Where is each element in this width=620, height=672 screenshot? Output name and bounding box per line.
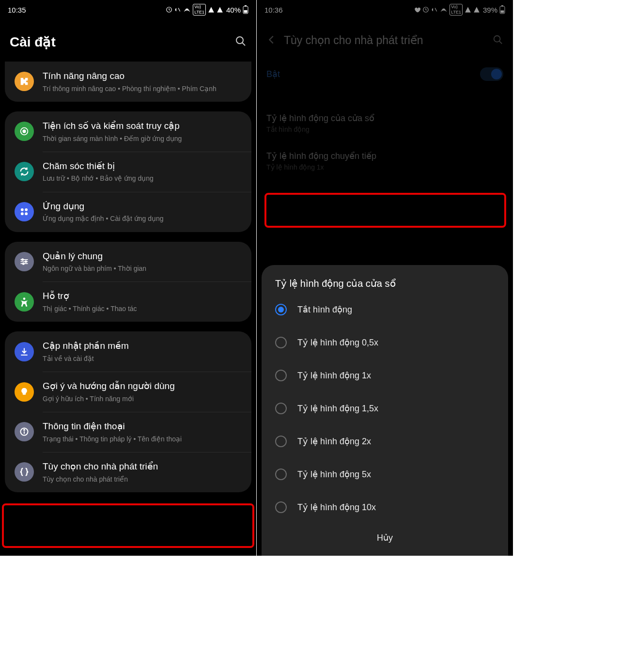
row-text: Tiện ích số và kiểm soát truy cập Thời g… [43,120,242,143]
row-title: Chăm sóc thiết bị [43,160,242,172]
settings-group: Tính năng nâng cao Trí thông minh nâng c… [5,62,251,102]
row-subtitle: Tùy chọn cho nhà phát triển [43,475,242,484]
svg-point-5 [236,37,243,44]
row-subtitle: Ngôn ngữ và bàn phím • Thời gian [43,264,242,273]
option-1-5x[interactable]: Tỷ lệ hình động 1,5x [272,392,497,425]
svg-point-9 [21,208,24,211]
row-text: Gợi ý và hướng dẫn người dùng Gợi ý hữu … [43,380,242,403]
row-text: Chăm sóc thiết bị Lưu trữ • Bộ nhớ • Bảo… [43,160,242,183]
row-subtitle: Tải về và cài đặt [43,354,242,363]
row-title: Cập nhật phần mềm [43,340,242,352]
svg-point-19 [23,297,26,300]
status-bar: 10:35 Vo)LTE1 40% [0,0,256,19]
settings-row-device-care[interactable]: Chăm sóc thiết bị Lưu trữ • Bộ nhớ • Bảo… [5,152,251,192]
svg-point-18 [23,263,24,264]
svg-point-11 [21,212,24,215]
option-2x[interactable]: Tỷ lệ hình động 2x [272,425,497,458]
settings-row-update[interactable]: Cập nhật phần mềm Tải về và cài đặt [5,331,251,372]
animation-scale-sheet: Tỷ lệ hình động của cửa sổ Tắt hình động… [262,265,508,556]
radio-icon [275,304,287,315]
svg-rect-3 [245,5,247,6]
settings-header: Cài đặt [0,19,256,62]
radio-icon [275,337,287,348]
settings-row-developer[interactable]: Tùy chọn cho nhà phát triển Tùy chọn cho… [5,452,251,492]
settings-group: Cập nhật phần mềm Tải về và cài đặt Gợi … [5,331,251,492]
screenshot-developer-options: 10:36 Vo)LTE1 39% Tùy chọn cho nhà phát … [257,0,513,556]
page-title: Cài đặt [10,34,228,50]
row-title: Quản lý chung [43,250,242,263]
settings-row-apps[interactable]: Ứng dụng Ứng dụng mặc định • Cài đặt ứng… [5,192,251,232]
svg-point-16 [22,259,23,260]
info-icon [15,422,34,441]
target-icon [15,122,34,141]
svg-point-10 [25,208,28,211]
row-subtitle: Lưu trữ • Bộ nhớ • Bảo vệ ứng dụng [43,174,242,183]
option-label: Tỷ lệ hình động 5x [297,469,371,480]
row-title: Tùy chọn cho nhà phát triển [43,461,242,473]
sheet-title: Tỷ lệ hình động của cửa sổ [272,278,497,289]
radio-icon [275,436,287,447]
settings-row-tips[interactable]: Gợi ý và hướng dẫn người dùng Gợi ý hữu … [5,372,251,412]
download-icon [15,342,34,361]
refresh-icon [15,162,34,181]
option-0-5x[interactable]: Tỷ lệ hình động 0,5x [272,326,497,359]
settings-group: Tiện ích số và kiểm soát truy cập Thời g… [5,111,251,232]
option-label: Tỷ lệ hình động 2x [297,436,371,447]
option-5x[interactable]: Tỷ lệ hình động 5x [272,458,497,491]
row-text: Cập nhật phần mềm Tải về và cài đặt [43,340,242,363]
row-title: Gợi ý và hướng dẫn người dùng [43,380,242,392]
battery-icon [243,5,248,14]
row-title: Hỗ trợ [43,290,242,302]
option-label: Tỷ lệ hình động 1,5x [297,403,378,414]
puzzle-icon [15,72,34,91]
row-subtitle: Thời gian sáng màn hình • Đếm giờ ứng dụ… [43,134,242,143]
screenshot-settings: 10:35 Vo)LTE1 40% Cài đặt Tính năng nâng… [0,0,256,556]
option-1x[interactable]: Tỷ lệ hình động 1x [272,359,497,392]
option-off[interactable]: Tắt hình động [272,293,497,326]
row-title: Tính năng nâng cao [43,70,242,82]
status-time: 10:35 [8,6,26,14]
svg-point-22 [24,430,25,431]
row-subtitle: Gợi ý hữu ích • Tính năng mới [43,394,242,403]
row-subtitle: Ứng dụng mặc định • Cài đặt ứng dụng [43,214,242,223]
settings-group: Quản lý chung Ngôn ngữ và bàn phím • Thờ… [5,242,251,322]
access-icon [15,292,34,312]
radio-icon [275,403,287,414]
option-label: Tỷ lệ hình động 0,5x [297,337,378,348]
option-10x[interactable]: Tỷ lệ hình động 10x [272,491,497,524]
row-subtitle: Thị giác • Thính giác • Thao tác [43,304,242,313]
svg-rect-4 [244,10,248,13]
row-title: Thông tin điện thoại [43,421,242,433]
row-text: Thông tin điện thoại Trạng thái • Thông … [43,421,242,443]
option-label: Tỷ lệ hình động 1x [297,370,371,381]
svg-point-12 [25,212,28,215]
status-icons: Vo)LTE1 40% [166,4,248,16]
bulb-icon [15,382,34,402]
svg-point-8 [23,130,26,133]
lte-badge: Vo)LTE1 [193,4,206,16]
option-label: Tỷ lệ hình động 10x [297,502,376,513]
row-text: Quản lý chung Ngôn ngữ và bàn phím • Thờ… [43,250,242,273]
settings-row-about[interactable]: Thông tin điện thoại Trạng thái • Thông … [5,412,251,452]
cancel-button[interactable]: Hủy [272,524,497,548]
radio-icon [275,469,287,480]
grid-icon [15,202,34,221]
search-icon[interactable] [235,35,247,49]
settings-row-digital-wellbeing[interactable]: Tiện ích số và kiểm soát truy cập Thời g… [5,111,251,152]
svg-point-17 [25,261,27,262]
row-text: Ứng dụng Ứng dụng mặc định • Cài đặt ứng… [43,201,242,223]
code-icon [15,462,34,482]
row-text: Tính năng nâng cao Trí thông minh nâng c… [43,70,242,93]
settings-row-general[interactable]: Quản lý chung Ngôn ngữ và bàn phím • Thờ… [5,242,251,282]
settings-row-advanced[interactable]: Tính năng nâng cao Trí thông minh nâng c… [5,62,251,102]
radio-icon [275,501,287,513]
svg-line-6 [242,43,245,46]
row-title: Ứng dụng [43,201,242,213]
row-subtitle: Trí thông minh nâng cao • Phòng thí nghi… [43,84,242,93]
settings-row-accessibility[interactable]: Hỗ trợ Thị giác • Thính giác • Thao tác [5,281,251,322]
sliders-icon [15,252,34,271]
row-subtitle: Trạng thái • Thông tin pháp lý • Tên điệ… [43,435,242,443]
radio-icon [275,370,287,381]
row-text: Hỗ trợ Thị giác • Thính giác • Thao tác [43,290,242,313]
svg-line-1 [178,8,180,12]
